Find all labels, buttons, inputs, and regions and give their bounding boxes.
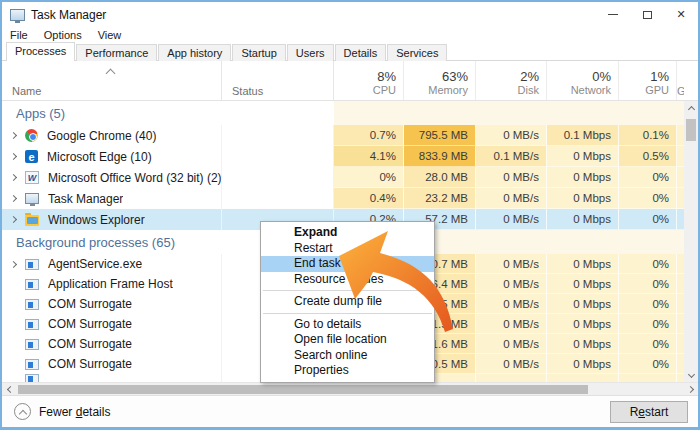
usage-cell: 0 MB/s [476, 294, 547, 314]
usage-percent: 63% [442, 69, 468, 84]
usage-cell: 0.1% [619, 125, 677, 146]
generic-icon [25, 359, 39, 370]
process-row-microsoft-office-word-32-bit-2[interactable]: WMicrosoft Office Word (32 bit) (2)0%28.… [2, 167, 684, 188]
usage-percent: 1% [650, 69, 669, 84]
usage-cell: 0.1 Mbps [547, 125, 619, 146]
context-menu-item-open-file-location[interactable]: Open file location [261, 332, 434, 348]
fewer-details-toggle[interactable]: Fewer details [14, 403, 110, 420]
column-header-cpu[interactable]: 8%CPU [334, 61, 404, 100]
context-menu-item-search-online[interactable]: Search online [261, 348, 434, 364]
usage-cell: 0 Mbps [547, 354, 619, 374]
usage-cell: 0% [619, 167, 677, 188]
tab-startup[interactable]: Startup [232, 44, 285, 61]
tab-app-history[interactable]: App history [158, 44, 231, 61]
context-menu-item-create-dump-file[interactable]: Create dump file [261, 294, 434, 310]
gpu-engine-cell [677, 254, 684, 274]
column-header-gpu-engine[interactable]: G [677, 61, 684, 100]
tab-services[interactable]: Services [387, 44, 447, 61]
expand-chevron-icon[interactable] [10, 174, 17, 181]
tab-processes[interactable]: Processes [6, 42, 75, 61]
usage-cell: 0 Mbps [547, 254, 619, 274]
usage-cell: 0 MB/s [476, 274, 547, 294]
usage-cell: 0% [619, 294, 677, 314]
explorer-icon [25, 215, 39, 226]
gpu-engine-cell [677, 188, 684, 209]
usage-cell [619, 374, 677, 382]
context-menu-item-resource-values[interactable]: Resource values [261, 272, 434, 288]
scroll-right-button[interactable] [685, 383, 698, 395]
expand-chevron-icon[interactable] [10, 153, 17, 160]
context-menu-item-go-to-details[interactable]: Go to details [261, 317, 434, 333]
vertical-scrollbar[interactable] [684, 101, 698, 382]
status-bar: Fewer details Restart [2, 395, 698, 427]
usage-percent: 8% [377, 69, 396, 84]
menu-file[interactable]: File [10, 29, 28, 41]
tab-users[interactable]: Users [287, 44, 334, 61]
process-name-cell: Application Frame Host [2, 274, 222, 294]
tab-performance[interactable]: Performance [76, 44, 157, 61]
group-header-apps-5[interactable]: Apps (5) [2, 101, 684, 125]
generic-icon [25, 299, 39, 310]
process-name-cell: Google Chrome (40) [2, 125, 222, 146]
column-header-status[interactable]: Status [222, 61, 334, 100]
scroll-up-icon [687, 105, 694, 112]
expand-chevron-icon[interactable] [10, 195, 17, 202]
process-name-cell: WMicrosoft Office Word (32 bit) (2) [2, 167, 222, 188]
horizontal-scrollbar[interactable] [2, 382, 698, 395]
restart-button[interactable]: Restart [610, 401, 688, 423]
menu-options[interactable]: Options [44, 29, 82, 41]
process-name: COM Surrogate [48, 357, 132, 371]
vertical-scroll-thumb[interactable] [686, 119, 696, 141]
usage-label: GPU [645, 84, 669, 97]
context-menu-item-restart[interactable]: Restart [261, 241, 434, 257]
process-row-task-manager[interactable]: Task Manager0.4%23.2 MB0 MB/s0 Mbps0% [2, 188, 684, 209]
usage-cell: 0% [619, 274, 677, 294]
process-name-cell: Windows Explorer [2, 209, 222, 230]
maximize-button[interactable] [630, 2, 664, 27]
tab-details[interactable]: Details [335, 44, 387, 61]
expand-chevron-icon[interactable] [10, 216, 17, 223]
usage-cell: 0.4% [334, 188, 404, 209]
usage-cell: 0% [619, 334, 677, 354]
column-header-name[interactable]: Name [2, 61, 222, 100]
context-menu-item-properties[interactable]: Properties [261, 363, 434, 379]
scroll-right-icon [686, 385, 693, 392]
title-bar: Task Manager ✕ [2, 2, 698, 27]
column-header-memory[interactable]: 63%Memory [404, 61, 476, 100]
usage-cell: 0% [619, 188, 677, 209]
process-name-cell [2, 374, 222, 382]
scroll-up-button[interactable] [684, 101, 698, 114]
column-header-network[interactable]: 0%Network [547, 61, 619, 100]
usage-percent: 0% [592, 69, 611, 84]
generic-icon [25, 319, 39, 330]
expand-chevron-icon[interactable] [10, 260, 17, 267]
scroll-left-button[interactable] [2, 383, 15, 395]
column-header-gpu[interactable]: 1%GPU [619, 61, 677, 100]
process-status-cell [222, 188, 334, 209]
usage-label: Network [571, 84, 611, 97]
scroll-down-icon [687, 370, 694, 377]
column-header-disk[interactable]: 2%Disk [476, 61, 547, 100]
usage-cell: 795.5 MB [404, 125, 476, 146]
expand-chevron-icon[interactable] [10, 132, 17, 139]
menu-view[interactable]: View [98, 29, 122, 41]
usage-cell: 23.2 MB [404, 188, 476, 209]
task-manager-icon [10, 9, 25, 21]
task-manager-window: Task Manager ✕ FileOptionsView Processes… [0, 0, 700, 430]
usage-percent: 2% [520, 69, 539, 84]
context-menu-item-end-task[interactable]: End task [261, 256, 434, 272]
minimize-button[interactable] [596, 2, 630, 27]
generic-icon [25, 259, 39, 270]
column-headers: Name Status 8%CPU63%Memory2%Disk0%Networ… [2, 61, 698, 101]
context-menu-item-expand[interactable]: Expand [261, 225, 434, 241]
usage-cell: 0 Mbps [547, 334, 619, 354]
usage-cell: 0 Mbps [547, 146, 619, 167]
process-row-microsoft-edge-10[interactable]: eMicrosoft Edge (10)4.1%833.9 MB0.1 MB/s… [2, 146, 684, 167]
scroll-down-button[interactable] [684, 369, 698, 382]
process-row-google-chrome-40[interactable]: Google Chrome (40)0.7%795.5 MB0 MB/s0.1 … [2, 125, 684, 146]
close-button[interactable]: ✕ [664, 2, 698, 27]
usage-label: Memory [428, 84, 468, 97]
horizontal-scroll-thumb[interactable] [18, 385, 588, 394]
usage-cell: 28.0 MB [404, 167, 476, 188]
process-name: COM Surrogate [48, 317, 132, 331]
